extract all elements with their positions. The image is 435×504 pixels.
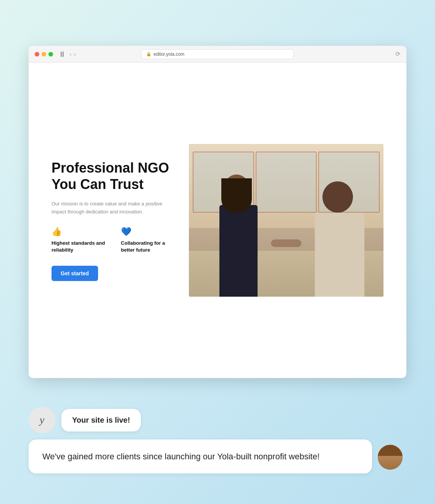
user-avatar-hair — [378, 445, 403, 456]
reload-button[interactable]: ⟳ — [395, 50, 400, 58]
thumbsup-icon: 👍 — [52, 227, 106, 237]
feature-item-1: 👍 Highest standards and reliability — [52, 227, 106, 254]
yola-avatar: y — [29, 407, 55, 433]
site-live-text: Your site is live! — [72, 416, 130, 424]
testimonial-text: We've gained more clients since launchin… — [42, 452, 320, 461]
feature-items: 👍 Highest standards and reliability 💙 Co… — [52, 227, 174, 254]
person-right-body — [315, 213, 364, 297]
forward-arrow-icon[interactable]: › — [74, 51, 76, 57]
hero-left: Professional NGO You Can Trust Our missi… — [52, 160, 174, 281]
person-left-hair-long — [221, 178, 252, 213]
sidebar-toggle-icon[interactable] — [61, 52, 64, 57]
person-right — [315, 181, 364, 297]
traffic-lights — [35, 52, 53, 57]
user-avatar-face — [378, 445, 403, 470]
browser-content: Professional NGO You Can Trust Our missi… — [29, 63, 406, 378]
get-started-button[interactable]: Get started — [52, 266, 98, 281]
close-button[interactable] — [35, 52, 39, 57]
window-pane-2 — [256, 152, 317, 213]
heart-icon: 💙 — [121, 227, 174, 237]
nav-arrows: ‹ › — [70, 51, 76, 57]
address-bar[interactable]: 🔒 editor.yola.com — [141, 49, 294, 59]
user-avatar — [378, 445, 403, 470]
site-live-bubble: Your site is live! — [61, 409, 141, 431]
hero-image — [189, 144, 383, 297]
feature-label-2: Collaborating for a better future — [121, 240, 174, 254]
reload-icon: ⟳ — [395, 51, 400, 57]
hero-title: Professional NGO You Can Trust — [52, 160, 174, 192]
person-left-head — [223, 174, 250, 205]
hero-description: Our mission is to create value and make … — [52, 200, 174, 216]
chat-top-row: y Your site is live! — [29, 407, 406, 433]
minimize-button[interactable] — [42, 52, 46, 57]
person-left-body — [219, 205, 258, 297]
back-arrow-icon[interactable]: ‹ — [70, 51, 72, 57]
maximize-button[interactable] — [48, 52, 53, 57]
browser-window: ‹ › 🔒 editor.yola.com ⟳ Professional NGO… — [29, 46, 406, 378]
person-right-head — [322, 181, 353, 213]
feature-label-1: Highest standards and reliability — [52, 240, 106, 254]
chat-section: y Your site is live! We've gained more c… — [29, 407, 406, 473]
browser-chrome: ‹ › 🔒 editor.yola.com ⟳ — [29, 46, 406, 63]
address-text: editor.yola.com — [154, 52, 185, 57]
yola-letter: y — [40, 414, 44, 426]
testimonial-row: We've gained more clients since launchin… — [29, 439, 406, 473]
testimonial-bubble: We've gained more clients since launchin… — [29, 439, 372, 473]
feature-item-2: 💙 Collaborating for a better future — [121, 227, 174, 254]
person-left — [219, 174, 258, 297]
handshake-hint — [271, 239, 301, 247]
lock-icon: 🔒 — [146, 52, 151, 57]
